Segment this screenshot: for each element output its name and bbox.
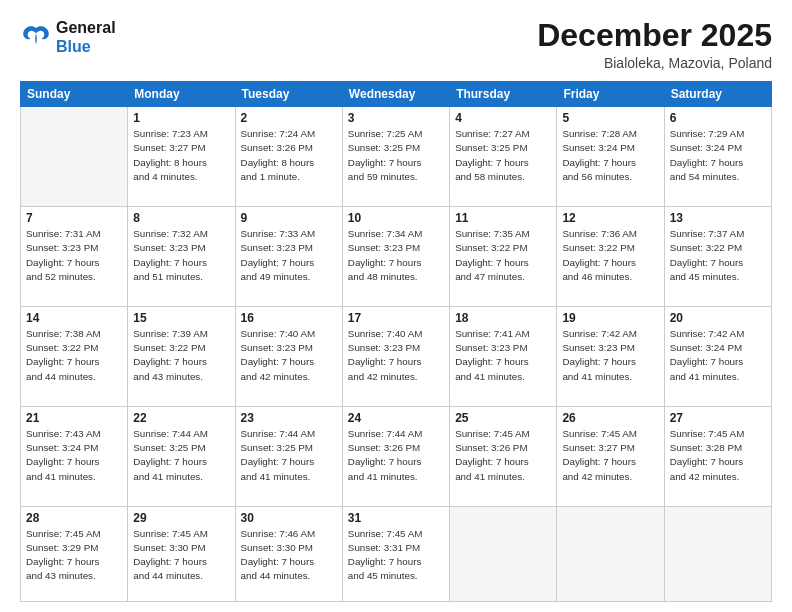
- calendar-cell: 11Sunrise: 7:35 AM Sunset: 3:22 PM Dayli…: [450, 207, 557, 307]
- day-info: Sunrise: 7:42 AM Sunset: 3:23 PM Dayligh…: [562, 327, 658, 384]
- logo-icon: [20, 21, 52, 53]
- day-info: Sunrise: 7:40 AM Sunset: 3:23 PM Dayligh…: [348, 327, 444, 384]
- day-number: 21: [26, 411, 122, 425]
- day-number: 12: [562, 211, 658, 225]
- day-info: Sunrise: 7:23 AM Sunset: 3:27 PM Dayligh…: [133, 127, 229, 184]
- day-info: Sunrise: 7:44 AM Sunset: 3:25 PM Dayligh…: [133, 427, 229, 484]
- calendar-cell: [21, 107, 128, 207]
- day-number: 10: [348, 211, 444, 225]
- day-number: 31: [348, 511, 444, 525]
- calendar-cell: 18Sunrise: 7:41 AM Sunset: 3:23 PM Dayli…: [450, 307, 557, 407]
- calendar-cell: 26Sunrise: 7:45 AM Sunset: 3:27 PM Dayli…: [557, 406, 664, 506]
- day-info: Sunrise: 7:45 AM Sunset: 3:26 PM Dayligh…: [455, 427, 551, 484]
- weekday-header-thursday: Thursday: [450, 82, 557, 107]
- day-info: Sunrise: 7:44 AM Sunset: 3:26 PM Dayligh…: [348, 427, 444, 484]
- calendar-cell: 6Sunrise: 7:29 AM Sunset: 3:24 PM Daylig…: [664, 107, 771, 207]
- day-number: 24: [348, 411, 444, 425]
- day-number: 20: [670, 311, 766, 325]
- day-number: 3: [348, 111, 444, 125]
- calendar-cell: 16Sunrise: 7:40 AM Sunset: 3:23 PM Dayli…: [235, 307, 342, 407]
- day-info: Sunrise: 7:36 AM Sunset: 3:22 PM Dayligh…: [562, 227, 658, 284]
- day-info: Sunrise: 7:35 AM Sunset: 3:22 PM Dayligh…: [455, 227, 551, 284]
- day-number: 23: [241, 411, 337, 425]
- calendar-cell: 24Sunrise: 7:44 AM Sunset: 3:26 PM Dayli…: [342, 406, 449, 506]
- day-info: Sunrise: 7:31 AM Sunset: 3:23 PM Dayligh…: [26, 227, 122, 284]
- calendar-cell: 14Sunrise: 7:38 AM Sunset: 3:22 PM Dayli…: [21, 307, 128, 407]
- calendar-cell: 30Sunrise: 7:46 AM Sunset: 3:30 PM Dayli…: [235, 506, 342, 601]
- weekday-header-tuesday: Tuesday: [235, 82, 342, 107]
- day-number: 25: [455, 411, 551, 425]
- calendar-cell: 4Sunrise: 7:27 AM Sunset: 3:25 PM Daylig…: [450, 107, 557, 207]
- day-info: Sunrise: 7:44 AM Sunset: 3:25 PM Dayligh…: [241, 427, 337, 484]
- day-number: 26: [562, 411, 658, 425]
- calendar-cell: 22Sunrise: 7:44 AM Sunset: 3:25 PM Dayli…: [128, 406, 235, 506]
- day-info: Sunrise: 7:34 AM Sunset: 3:23 PM Dayligh…: [348, 227, 444, 284]
- day-number: 22: [133, 411, 229, 425]
- day-number: 6: [670, 111, 766, 125]
- calendar-cell: 27Sunrise: 7:45 AM Sunset: 3:28 PM Dayli…: [664, 406, 771, 506]
- weekday-header-sunday: Sunday: [21, 82, 128, 107]
- day-info: Sunrise: 7:38 AM Sunset: 3:22 PM Dayligh…: [26, 327, 122, 384]
- day-info: Sunrise: 7:24 AM Sunset: 3:26 PM Dayligh…: [241, 127, 337, 184]
- day-number: 2: [241, 111, 337, 125]
- day-info: Sunrise: 7:27 AM Sunset: 3:25 PM Dayligh…: [455, 127, 551, 184]
- calendar-cell: 23Sunrise: 7:44 AM Sunset: 3:25 PM Dayli…: [235, 406, 342, 506]
- day-number: 30: [241, 511, 337, 525]
- day-number: 1: [133, 111, 229, 125]
- calendar-cell: 12Sunrise: 7:36 AM Sunset: 3:22 PM Dayli…: [557, 207, 664, 307]
- calendar-week-row: 21Sunrise: 7:43 AM Sunset: 3:24 PM Dayli…: [21, 406, 772, 506]
- day-number: 16: [241, 311, 337, 325]
- calendar-cell: 17Sunrise: 7:40 AM Sunset: 3:23 PM Dayli…: [342, 307, 449, 407]
- day-info: Sunrise: 7:45 AM Sunset: 3:29 PM Dayligh…: [26, 527, 122, 584]
- calendar-week-row: 1Sunrise: 7:23 AM Sunset: 3:27 PM Daylig…: [21, 107, 772, 207]
- day-info: Sunrise: 7:28 AM Sunset: 3:24 PM Dayligh…: [562, 127, 658, 184]
- calendar-week-row: 14Sunrise: 7:38 AM Sunset: 3:22 PM Dayli…: [21, 307, 772, 407]
- day-number: 5: [562, 111, 658, 125]
- header: General Blue December 2025 Bialoleka, Ma…: [20, 18, 772, 71]
- calendar-cell: 2Sunrise: 7:24 AM Sunset: 3:26 PM Daylig…: [235, 107, 342, 207]
- day-info: Sunrise: 7:33 AM Sunset: 3:23 PM Dayligh…: [241, 227, 337, 284]
- calendar-cell: 19Sunrise: 7:42 AM Sunset: 3:23 PM Dayli…: [557, 307, 664, 407]
- day-info: Sunrise: 7:42 AM Sunset: 3:24 PM Dayligh…: [670, 327, 766, 384]
- location-subtitle: Bialoleka, Mazovia, Poland: [537, 55, 772, 71]
- day-number: 11: [455, 211, 551, 225]
- day-number: 18: [455, 311, 551, 325]
- day-info: Sunrise: 7:41 AM Sunset: 3:23 PM Dayligh…: [455, 327, 551, 384]
- day-number: 29: [133, 511, 229, 525]
- day-number: 19: [562, 311, 658, 325]
- calendar-cell: [450, 506, 557, 601]
- calendar-cell: [557, 506, 664, 601]
- weekday-header-wednesday: Wednesday: [342, 82, 449, 107]
- day-number: 27: [670, 411, 766, 425]
- day-number: 4: [455, 111, 551, 125]
- calendar-cell: 31Sunrise: 7:45 AM Sunset: 3:31 PM Dayli…: [342, 506, 449, 601]
- calendar-cell: 29Sunrise: 7:45 AM Sunset: 3:30 PM Dayli…: [128, 506, 235, 601]
- calendar-week-row: 28Sunrise: 7:45 AM Sunset: 3:29 PM Dayli…: [21, 506, 772, 601]
- calendar-cell: 3Sunrise: 7:25 AM Sunset: 3:25 PM Daylig…: [342, 107, 449, 207]
- day-number: 17: [348, 311, 444, 325]
- weekday-header-friday: Friday: [557, 82, 664, 107]
- day-number: 7: [26, 211, 122, 225]
- day-number: 15: [133, 311, 229, 325]
- day-info: Sunrise: 7:37 AM Sunset: 3:22 PM Dayligh…: [670, 227, 766, 284]
- logo: General Blue: [20, 18, 116, 56]
- calendar-header-row: SundayMondayTuesdayWednesdayThursdayFrid…: [21, 82, 772, 107]
- day-number: 13: [670, 211, 766, 225]
- day-info: Sunrise: 7:25 AM Sunset: 3:25 PM Dayligh…: [348, 127, 444, 184]
- day-info: Sunrise: 7:32 AM Sunset: 3:23 PM Dayligh…: [133, 227, 229, 284]
- logo-text: General Blue: [56, 18, 116, 56]
- calendar-cell: 7Sunrise: 7:31 AM Sunset: 3:23 PM Daylig…: [21, 207, 128, 307]
- calendar-cell: 25Sunrise: 7:45 AM Sunset: 3:26 PM Dayli…: [450, 406, 557, 506]
- day-number: 28: [26, 511, 122, 525]
- title-block: December 2025 Bialoleka, Mazovia, Poland: [537, 18, 772, 71]
- day-info: Sunrise: 7:43 AM Sunset: 3:24 PM Dayligh…: [26, 427, 122, 484]
- calendar-cell: 1Sunrise: 7:23 AM Sunset: 3:27 PM Daylig…: [128, 107, 235, 207]
- day-info: Sunrise: 7:46 AM Sunset: 3:30 PM Dayligh…: [241, 527, 337, 584]
- calendar-cell: 8Sunrise: 7:32 AM Sunset: 3:23 PM Daylig…: [128, 207, 235, 307]
- weekday-header-monday: Monday: [128, 82, 235, 107]
- calendar-cell: 21Sunrise: 7:43 AM Sunset: 3:24 PM Dayli…: [21, 406, 128, 506]
- day-info: Sunrise: 7:45 AM Sunset: 3:27 PM Dayligh…: [562, 427, 658, 484]
- day-info: Sunrise: 7:45 AM Sunset: 3:31 PM Dayligh…: [348, 527, 444, 584]
- calendar-cell: 28Sunrise: 7:45 AM Sunset: 3:29 PM Dayli…: [21, 506, 128, 601]
- page: General Blue December 2025 Bialoleka, Ma…: [0, 0, 792, 612]
